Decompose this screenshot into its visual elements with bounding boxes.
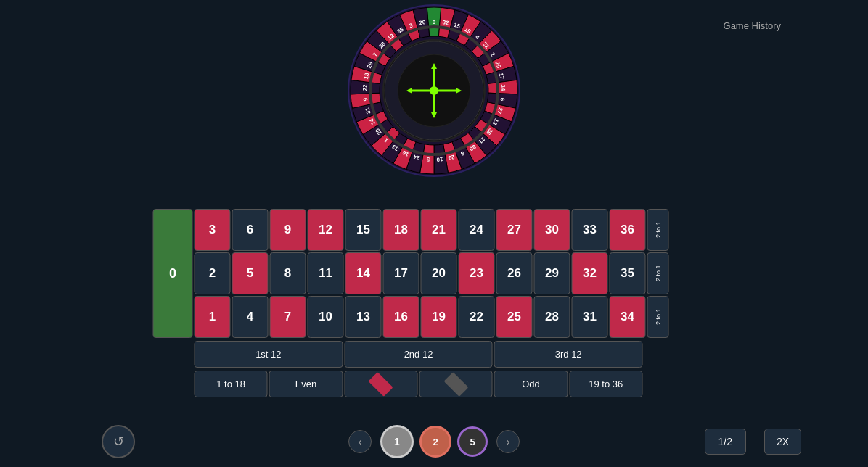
num-1[interactable]: 1 bbox=[195, 296, 231, 338]
half-button[interactable]: 1/2 bbox=[705, 429, 746, 455]
side-bet-2to1-bot[interactable]: 2 to 1 bbox=[647, 296, 669, 338]
svg-text:10: 10 bbox=[436, 156, 443, 163]
refresh-icon: ↺ bbox=[113, 434, 124, 450]
num-19[interactable]: 19 bbox=[421, 296, 457, 338]
num-21[interactable]: 21 bbox=[421, 209, 457, 251]
chip-5[interactable]: 5 bbox=[457, 426, 488, 457]
dozens-row: 1st 12 2nd 12 3rd 12 bbox=[195, 341, 643, 368]
betting-table: 0 3 6 9 12 15 18 21 24 27 30 33 36 2 bbox=[153, 209, 716, 397]
bet-black-diamond[interactable] bbox=[419, 371, 492, 397]
bet-1to18[interactable]: 1 to 18 bbox=[195, 371, 268, 397]
prev-icon: ‹ bbox=[359, 436, 362, 447]
num-35[interactable]: 35 bbox=[610, 252, 646, 294]
num-10[interactable]: 10 bbox=[308, 296, 344, 338]
bottom-controls: ↺ ‹ 1 2 5 › 1/2 2X bbox=[0, 425, 868, 458]
num-28[interactable]: 28 bbox=[534, 296, 570, 338]
num-32[interactable]: 32 bbox=[572, 252, 608, 294]
num-31[interactable]: 31 bbox=[572, 296, 608, 338]
num-15[interactable]: 15 bbox=[345, 209, 382, 251]
red-diamond-icon bbox=[369, 372, 393, 397]
zero-button[interactable]: 0 bbox=[153, 209, 193, 338]
num-23[interactable]: 23 bbox=[459, 252, 495, 294]
side-bet-2to1-top[interactable]: 2 to 1 bbox=[647, 209, 669, 251]
num-12[interactable]: 12 bbox=[308, 209, 344, 251]
num-26[interactable]: 26 bbox=[496, 252, 533, 294]
num-18[interactable]: 18 bbox=[383, 209, 419, 251]
num-20[interactable]: 20 bbox=[421, 252, 457, 294]
num-25[interactable]: 25 bbox=[496, 296, 533, 338]
num-33[interactable]: 33 bbox=[572, 209, 608, 251]
prev-button[interactable]: ‹ bbox=[348, 430, 372, 453]
num-16[interactable]: 16 bbox=[383, 296, 419, 338]
game-history-label: Game History bbox=[724, 20, 781, 31]
zero-column: 0 bbox=[153, 209, 193, 338]
dozen-3rd[interactable]: 3rd 12 bbox=[494, 341, 643, 368]
dozen-1st[interactable]: 1st 12 bbox=[195, 341, 343, 368]
refresh-button[interactable]: ↺ bbox=[102, 425, 135, 458]
num-8[interactable]: 8 bbox=[270, 252, 306, 294]
num-22[interactable]: 22 bbox=[459, 296, 495, 338]
double-button[interactable]: 2X bbox=[764, 429, 801, 455]
svg-text:0: 0 bbox=[433, 19, 436, 25]
svg-point-44 bbox=[430, 86, 438, 95]
outside-bets-row: 1 to 18 Even Odd 19 to 36 bbox=[195, 371, 643, 397]
num-29[interactable]: 29 bbox=[534, 252, 570, 294]
numbers-grid: 3 6 9 12 15 18 21 24 27 30 33 36 2 5 8 1… bbox=[195, 209, 646, 338]
bet-red-diamond[interactable] bbox=[344, 371, 417, 397]
num-6[interactable]: 6 bbox=[232, 209, 269, 251]
chip-1[interactable]: 1 bbox=[380, 425, 414, 458]
dozen-2nd[interactable]: 2nd 12 bbox=[344, 341, 493, 368]
num-14[interactable]: 14 bbox=[345, 252, 382, 294]
svg-text:22: 22 bbox=[361, 84, 368, 91]
num-11[interactable]: 11 bbox=[308, 252, 344, 294]
num-13[interactable]: 13 bbox=[345, 296, 382, 338]
svg-text:34: 34 bbox=[499, 84, 506, 91]
num-34[interactable]: 34 bbox=[610, 296, 646, 338]
num-24[interactable]: 24 bbox=[459, 209, 495, 251]
bet-odd[interactable]: Odd bbox=[494, 371, 568, 397]
num-5[interactable]: 5 bbox=[232, 252, 269, 294]
next-button[interactable]: › bbox=[496, 430, 520, 453]
side-bet-2to1-mid[interactable]: 2 to 1 bbox=[647, 252, 669, 294]
side-bets-column: 2 to 1 2 to 1 2 to 1 bbox=[647, 209, 669, 338]
num-27[interactable]: 27 bbox=[496, 209, 533, 251]
num-3[interactable]: 3 bbox=[195, 209, 231, 251]
num-36[interactable]: 36 bbox=[610, 209, 646, 251]
roulette-wheel: 0321519421225173462713361130823105241633… bbox=[347, 4, 521, 181]
num-7[interactable]: 7 bbox=[270, 296, 306, 338]
black-diamond-icon bbox=[443, 372, 468, 397]
num-9[interactable]: 9 bbox=[270, 209, 306, 251]
num-30[interactable]: 30 bbox=[534, 209, 570, 251]
next-icon: › bbox=[507, 436, 510, 447]
bet-even[interactable]: Even bbox=[269, 371, 343, 397]
num-17[interactable]: 17 bbox=[383, 252, 419, 294]
chip-2[interactable]: 2 bbox=[419, 426, 451, 458]
bet-19to36[interactable]: 19 to 36 bbox=[569, 371, 642, 397]
num-2[interactable]: 2 bbox=[195, 252, 231, 294]
num-4[interactable]: 4 bbox=[232, 296, 269, 338]
